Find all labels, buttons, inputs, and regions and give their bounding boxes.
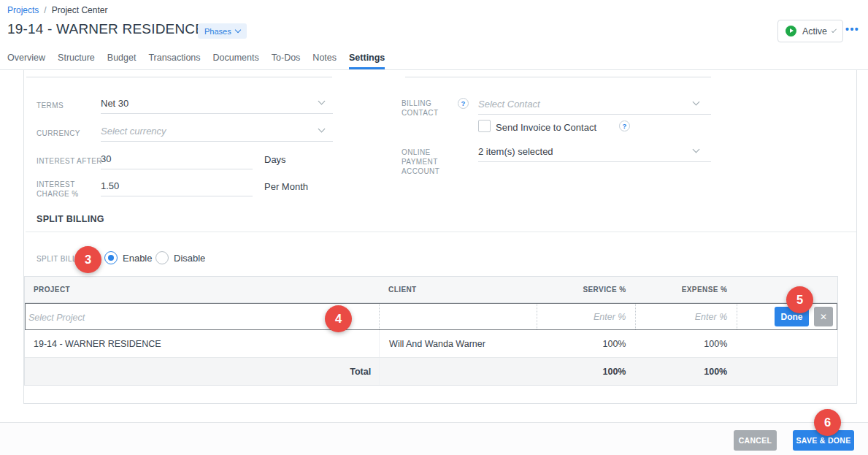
interest-after-label: INTEREST AFTER (37, 156, 102, 166)
chevron-down-icon[interactable] (693, 99, 700, 106)
chevron-down-icon[interactable] (318, 98, 326, 105)
table-row[interactable]: 19-14 - WARNER RESIDENCE Will And Wanda … (25, 330, 837, 358)
row-expense-pct: 100% (636, 339, 737, 349)
total-label: Total (25, 367, 379, 377)
total-service-pct: 100% (537, 367, 636, 377)
client-cell-empty (379, 304, 537, 329)
project-settings-screen: Projects / Project Center 19-14 - WARNER… (0, 0, 868, 455)
split-billing-enable-radio[interactable] (104, 251, 118, 264)
chevron-down-icon[interactable] (693, 146, 700, 153)
currency-placeholder[interactable]: Select currency (101, 126, 166, 137)
expense-percent-field[interactable]: Enter % (635, 304, 737, 329)
interest-charge-underline (101, 196, 253, 196)
cancel-button[interactable]: CANCEL (734, 430, 777, 451)
tab-to-dos[interactable]: To-Dos (272, 53, 301, 69)
row-service-pct: 100% (537, 339, 636, 349)
split-billing-enable-label[interactable]: Enable (123, 253, 152, 264)
terms-value[interactable]: Net 30 (101, 98, 128, 109)
service-percent-placeholder: Enter % (594, 312, 626, 322)
column-header-expense: EXPENSE % (635, 286, 737, 294)
table-header-row: PROJECT CLIENT SERVICE % EXPENSE % (25, 277, 837, 303)
annotation-step-4: 4 (325, 305, 352, 332)
split-billing-disable-label[interactable]: Disable (174, 253, 205, 264)
page-title: 19-14 - WARNER RESIDENCE (7, 21, 204, 37)
annotation-step-3: 3 (74, 246, 101, 273)
active-status-icon (786, 26, 796, 37)
cutoff-field-underline-left (26, 77, 332, 77)
more-actions-button[interactable]: ••• (845, 23, 859, 35)
interest-after-underline (101, 169, 253, 169)
currency-label: CURRENCY (37, 129, 80, 138)
split-billing-table: PROJECT CLIENT SERVICE % EXPENSE % Selec… (24, 276, 838, 386)
select-project-placeholder: Select Project (28, 313, 85, 323)
tab-transactions[interactable]: Transactions (148, 53, 200, 69)
service-percent-field[interactable]: Enter % (537, 304, 636, 329)
settings-content-card: TERMS Net 30 CURRENCY Select currency IN… (23, 70, 857, 404)
row-client: Will And Wanda Warner (379, 330, 537, 357)
tab-structure[interactable]: Structure (58, 53, 95, 69)
send-invoice-checkbox[interactable] (478, 120, 491, 132)
help-icon[interactable]: ? (458, 98, 469, 109)
interest-after-unit: Days (264, 154, 286, 165)
status-label: Active (802, 26, 827, 37)
cutoff-field-underline-right (405, 77, 711, 77)
split-billing-disable-radio[interactable] (155, 251, 169, 264)
tab-bar: Overview Structure Budget Transactions D… (7, 53, 385, 69)
annotation-step-6: 6 (814, 409, 841, 436)
interest-after-value[interactable]: 30 (101, 153, 111, 164)
table-total-row: Total 100% 100% (25, 358, 837, 385)
phases-label: Phases (204, 27, 231, 36)
chevron-down-icon (234, 27, 240, 33)
split-billing-section-title: SPLIT BILLING (37, 214, 104, 224)
tab-settings[interactable]: Settings (349, 53, 385, 69)
chevron-down-icon (831, 27, 837, 32)
send-invoice-label: Send Invoice to Contact (496, 122, 596, 133)
column-header-project: PROJECT (25, 286, 379, 294)
footer-divider (0, 422, 868, 423)
interest-charge-label: INTEREST CHARGE % (37, 180, 98, 199)
terms-label: TERMS (37, 101, 64, 110)
close-icon[interactable]: ✕ (814, 307, 833, 326)
interest-charge-value[interactable]: 1.50 (101, 180, 119, 191)
total-client-empty (379, 358, 537, 385)
new-split-row: Select Project Enter % Enter % Done ✕ (25, 303, 837, 330)
column-header-client: CLIENT (379, 286, 537, 294)
breadcrumb-current: Project Center (52, 5, 108, 15)
row-actions: Done ✕ (737, 304, 837, 329)
row-project: 19-14 - WARNER RESIDENCE (25, 339, 379, 349)
billing-contact-underline (478, 114, 711, 115)
online-payment-value[interactable]: 2 item(s) selected (478, 146, 553, 157)
tab-budget[interactable]: Budget (107, 53, 137, 69)
breadcrumb: Projects / Project Center (7, 5, 107, 15)
help-icon[interactable]: ? (619, 121, 630, 131)
total-expense-pct: 100% (635, 367, 737, 377)
status-dropdown[interactable]: Active (777, 20, 843, 42)
interest-charge-unit: Per Month (264, 181, 308, 192)
online-payment-label: ONLINE PAYMENT ACCOUNT (402, 148, 466, 176)
annotation-step-5: 5 (786, 286, 813, 313)
column-header-service: SERVICE % (537, 286, 636, 294)
tab-documents[interactable]: Documents (213, 53, 259, 69)
currency-underline (101, 141, 333, 142)
billing-contact-label: BILLING CONTACT (402, 99, 447, 118)
section-divider (26, 232, 856, 232)
online-payment-underline (478, 161, 711, 162)
breadcrumb-projects-link[interactable]: Projects (7, 5, 39, 15)
expense-percent-placeholder: Enter % (695, 312, 727, 322)
phases-dropdown[interactable]: Phases (198, 23, 247, 39)
chevron-down-icon[interactable] (318, 126, 326, 133)
tab-overview[interactable]: Overview (7, 53, 45, 69)
breadcrumb-separator: / (44, 5, 46, 15)
tab-notes[interactable]: Notes (312, 53, 337, 69)
billing-contact-placeholder[interactable]: Select Contact (478, 99, 540, 110)
terms-underline (101, 113, 333, 114)
